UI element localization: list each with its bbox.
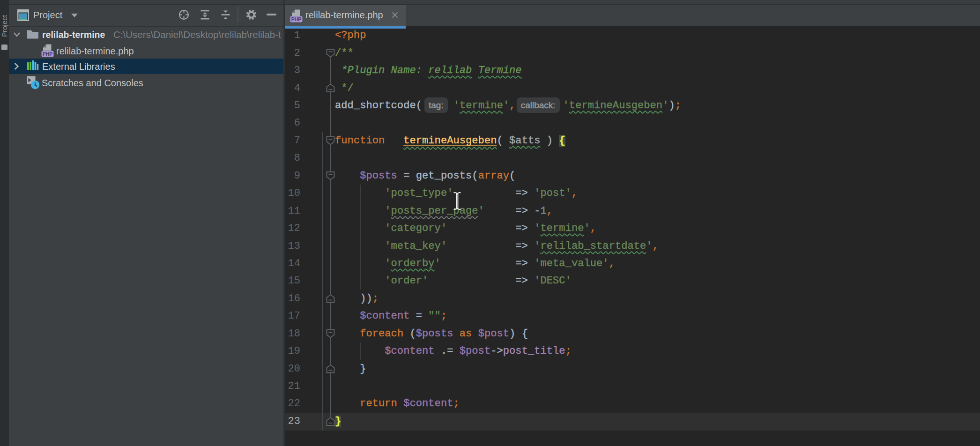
svg-text:PHP: PHP bbox=[43, 51, 53, 57]
svg-text:PHP: PHP bbox=[291, 16, 302, 22]
